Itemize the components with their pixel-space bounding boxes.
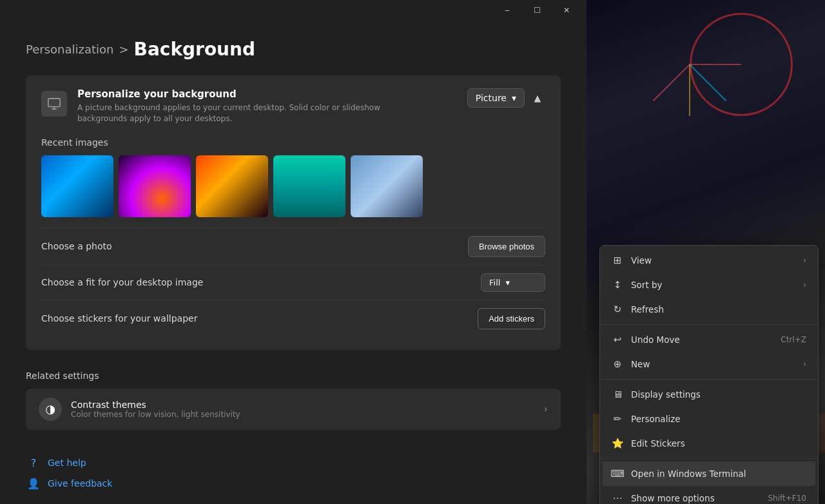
ctx-sort-right: › [803, 280, 806, 289]
ctx-edit-stickers-left: ⭐ Edit Stickers [612, 438, 685, 449]
fit-dropdown[interactable]: Fill ▾ [481, 273, 545, 292]
ctx-undo-shortcut: Ctrl+Z [781, 335, 806, 344]
ctx-undo-right: Ctrl+Z [781, 335, 806, 344]
svg-rect-0 [48, 99, 60, 107]
close-button[interactable]: ✕ [552, 0, 581, 21]
bottom-links: ? Get help 👤 Give feedback [26, 455, 112, 491]
spoke-1 [690, 64, 741, 65]
recent-image-3[interactable] [196, 155, 268, 217]
ctx-more-shortcut: Shift+F10 [768, 494, 806, 503]
fit-value: Fill [489, 278, 500, 287]
personalize-background-card: Personalize your background A picture ba… [26, 75, 561, 350]
title-bar: – ☐ ✕ [0, 0, 587, 21]
background-type-dropdown[interactable]: Picture ▾ [467, 88, 525, 108]
related-settings-card: ◑ Contrast themes Color themes for low v… [26, 389, 561, 430]
ferris-wheel-ring [690, 13, 793, 116]
personalize-bg-icon [41, 91, 67, 117]
ctx-new-label: New [631, 359, 650, 369]
personalize-title: Personalize your background [77, 88, 425, 100]
recent-image-2[interactable] [119, 155, 191, 217]
get-help-label: Get help [48, 458, 86, 468]
ctx-refresh-left: ↻ Refresh [612, 304, 664, 315]
ctx-display-label: Display settings [631, 389, 701, 400]
personalize-text: Personalize your background A picture ba… [77, 88, 425, 124]
context-menu-item-show-more-options[interactable]: ⋯ Show more options Shift+F10 [603, 486, 815, 504]
add-stickers-button[interactable]: Add stickers [478, 308, 545, 329]
context-menu-item-view[interactable]: ⊞ View › [603, 248, 815, 273]
background-type-value: Picture [476, 93, 507, 103]
fit-chevron-down-icon: ▾ [505, 278, 510, 287]
contrast-themes-title: Contrast themes [71, 400, 240, 410]
ctx-sort-label: Sort by [631, 280, 663, 290]
context-menu-item-edit-stickers[interactable]: ⭐ Edit Stickers [603, 431, 815, 456]
recent-image-1[interactable] [41, 155, 113, 217]
show-more-options-icon: ⋯ [612, 492, 623, 504]
personalize-right: Picture ▾ ▲ [467, 88, 545, 108]
ctx-new-left: ⊕ New [612, 358, 650, 370]
minimize-button[interactable]: – [492, 0, 522, 21]
contrast-themes-icon: ◑ [39, 398, 62, 421]
new-icon: ⊕ [612, 358, 623, 370]
personalize-left: Personalize your background A picture ba… [41, 88, 425, 124]
maximize-button[interactable]: ☐ [522, 0, 552, 21]
ctx-new-right: › [803, 360, 806, 369]
breadcrumb-parent[interactable]: Personalization [26, 43, 113, 56]
context-menu-item-sort-by[interactable]: ↕ Sort by › [603, 273, 815, 297]
breadcrumb-separator: > [119, 43, 128, 56]
context-menu-item-open-terminal[interactable]: ⌨ Open in Windows Terminal [603, 461, 815, 486]
sort-by-icon: ↕ [612, 279, 623, 291]
ctx-divider-3 [600, 458, 818, 459]
ctx-personalize-label: Personalize [631, 414, 681, 424]
breadcrumb-current: Background [134, 39, 255, 60]
recent-image-4[interactable] [273, 155, 345, 217]
get-help-icon: ? [26, 455, 41, 470]
dropdown-chevron-down-icon: ▾ [512, 93, 516, 103]
terminal-icon: ⌨ [612, 468, 623, 480]
context-menu-item-undo-move[interactable]: ↩ Undo Move Ctrl+Z [603, 327, 815, 352]
refresh-icon: ↻ [612, 304, 623, 315]
personalize-description: A picture background applies to your cur… [77, 102, 425, 124]
recent-image-5[interactable] [351, 155, 423, 217]
context-menu-item-personalize[interactable]: ✏ Personalize [603, 407, 815, 431]
ctx-terminal-label: Open in Windows Terminal [631, 469, 746, 479]
context-menu-item-display-settings[interactable]: 🖥 Display settings [603, 382, 815, 407]
spoke-2 [689, 64, 726, 101]
choose-photo-label: Choose a photo [41, 241, 112, 251]
ctx-more-right: Shift+F10 [768, 494, 806, 503]
new-chevron-right-icon: › [803, 360, 806, 369]
personalize-icon: ✏ [612, 413, 623, 425]
browse-photos-button[interactable]: Browse photos [468, 236, 545, 257]
give-feedback-label: Give feedback [48, 478, 112, 489]
get-help-link[interactable]: ? Get help [26, 455, 112, 470]
desktop-background: ⊞ View › ↕ Sort by › ↻ Refresh [587, 0, 825, 504]
ctx-undo-left: ↩ Undo Move [612, 334, 680, 345]
spoke-4 [653, 64, 690, 101]
collapse-chevron-up-icon[interactable]: ▲ [530, 90, 545, 106]
ctx-divider-2 [600, 379, 818, 380]
ctx-personalize-left: ✏ Personalize [612, 413, 681, 425]
ctx-edit-stickers-label: Edit Stickers [631, 438, 685, 449]
personalize-header: Personalize your background A picture ba… [41, 88, 545, 124]
context-menu-item-refresh[interactable]: ↻ Refresh [603, 297, 815, 322]
choose-stickers-row: Choose stickers for your wallpaper Add s… [41, 300, 545, 337]
context-menu-item-new[interactable]: ⊕ New › [603, 352, 815, 376]
contrast-themes-desc: Color themes for low vision, light sensi… [71, 410, 240, 419]
choose-stickers-label: Choose stickers for your wallpaper [41, 313, 197, 324]
give-feedback-link[interactable]: 👤 Give feedback [26, 476, 112, 491]
contrast-themes-text: Contrast themes Color themes for low vis… [71, 400, 240, 419]
ctx-undo-label: Undo Move [631, 334, 680, 345]
contrast-themes-chevron-right-icon: › [544, 403, 548, 415]
ctx-view-right: › [803, 256, 806, 265]
ctx-divider-1 [600, 324, 818, 325]
contrast-themes-left: ◑ Contrast themes Color themes for low v… [39, 398, 240, 421]
sort-chevron-right-icon: › [803, 280, 806, 289]
undo-move-icon: ↩ [612, 334, 623, 345]
ctx-display-left: 🖥 Display settings [612, 389, 701, 400]
recent-images-row [41, 155, 545, 217]
ferris-wheel [683, 6, 812, 135]
choose-fit-label: Choose a fit for your desktop image [41, 277, 203, 287]
spoke-3 [689, 64, 690, 116]
contrast-themes-item[interactable]: ◑ Contrast themes Color themes for low v… [39, 389, 548, 430]
ctx-sort-left: ↕ Sort by [612, 279, 663, 291]
breadcrumb: Personalization > Background [26, 39, 561, 60]
